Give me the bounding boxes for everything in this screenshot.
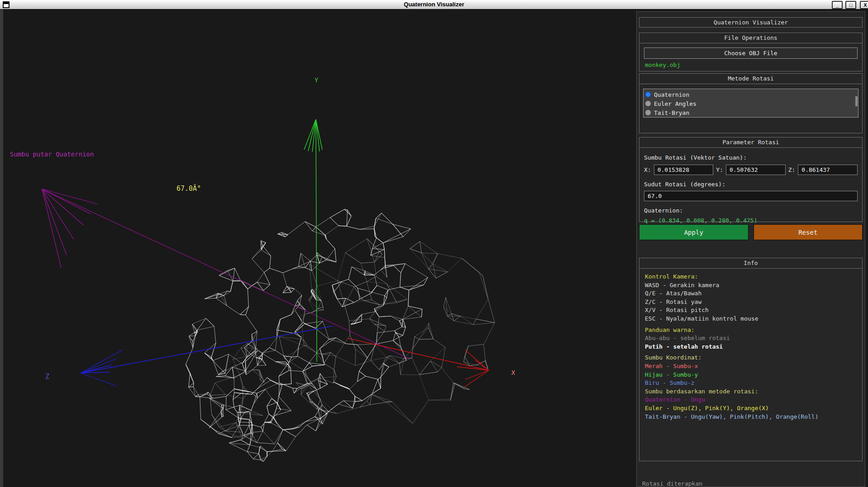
close-button[interactable]: X [860, 1, 868, 9]
quaternion-value: q = (0.834, 0.008, 0.280, 0.475) [644, 217, 858, 224]
radio-selected-icon [645, 92, 651, 97]
info-body: Kontrol Kamera:WASD - Gerakin kameraQ/E … [639, 269, 862, 421]
info-header: Info [639, 258, 862, 269]
info-line: Quaternion - Ungu [645, 396, 857, 404]
x-input[interactable] [654, 165, 714, 175]
radio-unselected-icon [645, 110, 651, 115]
choose-obj-file-button[interactable]: Choose OBJ File [644, 47, 858, 59]
z-input[interactable] [798, 165, 858, 175]
apply-button[interactable]: Apply [639, 224, 749, 240]
panel-title: Quaternion Visualizer [639, 17, 863, 28]
radio-option-label: Quaternion [654, 91, 689, 98]
radio-list-scrollbar[interactable] [855, 96, 858, 106]
action-buttons: Apply Reset [639, 224, 863, 240]
rotation-method-list: QuaternionEuler AnglesTait-Bryan [643, 89, 858, 118]
info-line: Sumbu Koordinat: [645, 354, 857, 362]
info-line: Z/C - Rotasi yaw [645, 298, 857, 307]
file-operations-header: File Operations [639, 33, 862, 43]
maximize-button[interactable]: □ [845, 1, 856, 9]
angle-input[interactable] [644, 191, 858, 201]
loaded-filename: monkey.obj [645, 61, 862, 68]
sudut-rotasi-label: Sudut Rotasi (degrees): [644, 181, 858, 188]
info-line: ESC - Nyala/matiin kontrol mouse [645, 315, 857, 323]
y-input[interactable] [726, 165, 786, 175]
info-line: Panduan warna: [645, 326, 857, 335]
rotation-angle-label: 67.0Â° [176, 184, 201, 193]
x-field-label: X: [644, 166, 651, 173]
status-message: Rotasi diterapkan [642, 480, 702, 487]
radio-option-quaternion[interactable]: Quaternion [645, 90, 858, 99]
info-line: Putih - setelah rotasi [645, 343, 857, 351]
info-line: Sumbu berdasarkan metode rotasi: [645, 388, 857, 396]
parameter-rotasi-header: Parameter Rotasi [639, 137, 862, 148]
info-line: Euler - Ungu(Z), Pink(Y), Orange(X) [645, 404, 857, 413]
axis-label-x: X [511, 369, 515, 376]
info-line: Q/E - Atas/Bawah [645, 289, 857, 298]
axis-label-z: Z [45, 373, 49, 381]
section-info: Info Kontrol Kamera:WASD - Gerakin kamer… [639, 258, 863, 461]
rotation-axis-label: Sumbu putar Quaternion [10, 151, 94, 158]
section-file-operations: File Operations Choose OBJ File monkey.o… [639, 33, 863, 71]
radio-option-label: Tait-Bryan [654, 109, 689, 116]
metode-rotasi-header: Metode Rotasi [639, 74, 862, 84]
window-left-edge [0, 9, 3, 487]
info-line: Abu-abu - sebelum rotasi [645, 334, 857, 343]
info-line: Biru - Sumbu-z [645, 379, 857, 388]
y-field-label: Y: [716, 166, 723, 173]
minimize-button[interactable]: _ [832, 1, 843, 9]
viewport-3d[interactable]: Sumbu putar Quaternion67.0Â°YXZ [0, 9, 636, 487]
control-panel: Quaternion Visualizer File Operations Ch… [636, 11, 865, 487]
radio-unselected-icon [645, 101, 651, 106]
title-bar: Quaternion Visualizer _ □ X [0, 0, 868, 9]
sumbu-rotasi-label: Sumbu Rotasi (Vektor Satuan): [644, 154, 858, 161]
section-metode-rotasi: Metode Rotasi QuaternionEuler AnglesTait… [639, 73, 863, 133]
z-field-label: Z: [788, 166, 796, 173]
radio-option-label: Euler Angles [654, 100, 696, 107]
radio-option-tait-bryan[interactable]: Tait-Bryan [645, 108, 858, 117]
info-line: Hijau - Sumbu-y [645, 371, 857, 379]
section-parameter-rotasi: Parameter Rotasi Sumbu Rotasi (Vektor Sa… [639, 137, 863, 222]
info-line: Merah - Sumbu-x [645, 362, 857, 371]
info-line: Tait-Bryan - Ungu(Yaw), Pink(Pitch), Ora… [645, 413, 857, 421]
info-line: WASD - Gerakin kamera [645, 281, 857, 290]
axis-label-y: Y [315, 76, 318, 84]
info-line: X/V - Rotasi pitch [645, 306, 857, 315]
quaternion-label: Quaternion: [644, 207, 858, 214]
window-title: Quaternion Visualizer [0, 1, 868, 8]
radio-option-euler-angles[interactable]: Euler Angles [645, 99, 858, 108]
reset-button[interactable]: Reset [754, 224, 863, 240]
info-line: Kontrol Kamera: [645, 273, 857, 281]
